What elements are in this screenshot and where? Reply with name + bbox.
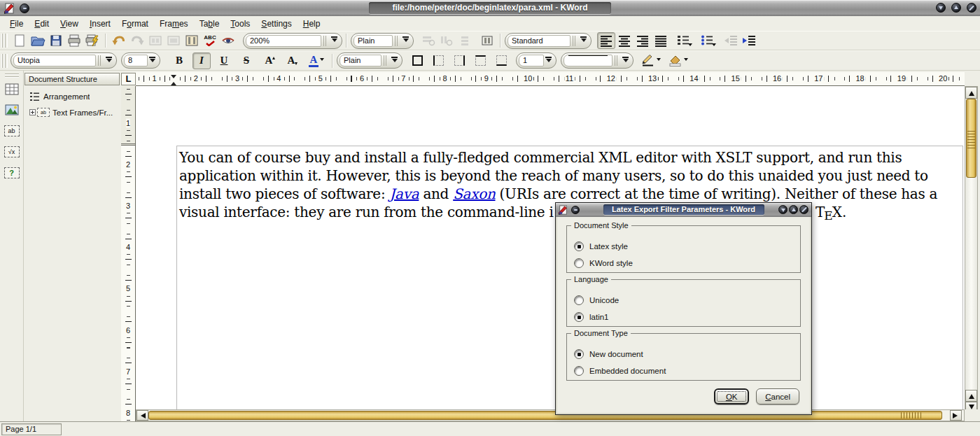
- insert-textframe-tool[interactable]: ab: [2, 122, 22, 140]
- dropdown-caret-icon[interactable]: [684, 58, 688, 63]
- italic-button[interactable]: I: [192, 52, 211, 69]
- scroll-right-button[interactable]: [950, 410, 962, 421]
- radio-option-embedded-document[interactable]: Embedded document: [574, 363, 800, 379]
- border-right-button[interactable]: [450, 52, 468, 69]
- expander-icon[interactable]: [29, 109, 36, 115]
- font-value[interactable]: Utopia: [13, 55, 96, 66]
- border-width-combobox[interactable]: 1: [516, 52, 556, 69]
- insert-tool-button-4[interactable]: [478, 32, 496, 49]
- minimize-button[interactable]: [778, 205, 788, 214]
- menu-item-file[interactable]: File: [4, 17, 29, 30]
- background-color-button[interactable]: [666, 52, 691, 69]
- menu-item-insert[interactable]: Insert: [84, 17, 116, 30]
- vertical-scrollbar[interactable]: [965, 86, 978, 421]
- save-button[interactable]: [47, 32, 65, 49]
- menu-item-format[interactable]: Format: [116, 17, 154, 30]
- insert-tool-button-2[interactable]: [438, 32, 456, 49]
- window-titlebar[interactable]: file:/home/peter/doc/beginlatex/para.xml…: [0, 0, 980, 16]
- horizontal-scroll-thumb[interactable]: [148, 411, 942, 420]
- close-button[interactable]: [799, 205, 808, 214]
- zoom-value[interactable]: 200%: [246, 35, 321, 47]
- hyperlink[interactable]: Java: [389, 185, 419, 202]
- paste-frame-button[interactable]: [164, 32, 183, 49]
- window-menu-button[interactable]: [20, 3, 29, 13]
- dropdown-arrow-icon[interactable]: [148, 57, 157, 65]
- radio-option-unicode[interactable]: Unicode: [574, 292, 800, 309]
- menu-item-view[interactable]: View: [55, 17, 84, 30]
- border-top-button[interactable]: [471, 52, 489, 69]
- open-button[interactable]: [29, 32, 47, 49]
- maximize-button[interactable]: [951, 3, 961, 13]
- latex-export-dialog[interactable]: Latex Export Filter Parameters - KWord D…: [555, 202, 812, 415]
- scroll-left-button[interactable]: [136, 410, 148, 421]
- dropdown-arrow-icon[interactable]: [390, 57, 399, 65]
- dropdown-arrow-icon[interactable]: [330, 36, 339, 45]
- ok-button[interactable]: OK: [714, 388, 749, 405]
- window-menu-button[interactable]: [571, 206, 580, 214]
- hyperlink[interactable]: Saxon: [453, 185, 495, 202]
- tree-item-arrangement[interactable]: Arrangement: [29, 92, 120, 101]
- print-preview-button[interactable]: [83, 32, 102, 49]
- font-size-value[interactable]: 8: [124, 55, 148, 66]
- radio-button[interactable]: [574, 366, 584, 376]
- dropdown-caret-icon[interactable]: [712, 43, 716, 48]
- vertical-ruler[interactable]: 12345678: [121, 86, 136, 421]
- dropdown-caret-icon[interactable]: [688, 43, 692, 48]
- subscript-button[interactable]: A: [282, 52, 300, 69]
- border-outline-button[interactable]: [408, 52, 426, 69]
- radio-button[interactable]: [574, 295, 584, 305]
- tree-item-label[interactable]: Arrangement: [43, 92, 90, 101]
- dropdown-caret-icon[interactable]: [657, 58, 661, 63]
- paragraph-style-value[interactable]: Plain: [354, 35, 393, 47]
- undo-button[interactable]: [110, 32, 128, 49]
- cancel-button[interactable]: Cancel: [756, 388, 799, 405]
- increase-indent-button[interactable]: [740, 32, 758, 49]
- dropdown-arrow-icon[interactable]: [579, 36, 588, 45]
- close-button[interactable]: [967, 3, 976, 13]
- tree-item-label[interactable]: Text Frames/Fr...: [52, 108, 113, 117]
- frame-style-value[interactable]: Plain: [340, 55, 382, 66]
- insert-table-tool[interactable]: [2, 80, 22, 98]
- superscript-button[interactable]: A: [260, 52, 278, 69]
- frame-style-combobox[interactable]: Plain: [337, 52, 402, 69]
- border-bottom-button[interactable]: [492, 52, 510, 69]
- toolbar-grip[interactable]: [5, 73, 19, 78]
- vertical-scroll-thumb[interactable]: [966, 99, 976, 178]
- insert-tool-button-3[interactable]: [456, 32, 474, 49]
- new-document-button[interactable]: [10, 32, 29, 49]
- zoom-combobox[interactable]: 200%: [243, 33, 342, 49]
- numbered-list-button[interactable]: [674, 32, 692, 49]
- menu-item-frames[interactable]: Frames: [154, 17, 194, 30]
- underline-button[interactable]: U: [215, 52, 233, 69]
- toolbar-grip[interactable]: [1, 34, 8, 48]
- border-left-button[interactable]: [429, 52, 447, 69]
- insert-object-tool[interactable]: ?: [2, 164, 22, 182]
- copy-frame-button[interactable]: [146, 32, 164, 49]
- dropdown-caret-icon[interactable]: [320, 58, 324, 63]
- radio-option-latex-style[interactable]: Latex style: [574, 238, 800, 255]
- spellcheck-button[interactable]: ABC: [201, 32, 219, 49]
- insert-picture-tool[interactable]: [2, 101, 22, 119]
- align-right-button[interactable]: [634, 32, 652, 49]
- scroll-up-button[interactable]: [965, 87, 977, 99]
- indent-marker[interactable]: [171, 75, 176, 85]
- font-combobox[interactable]: Utopia: [10, 52, 117, 69]
- radio-option-kword-style[interactable]: KWord style: [574, 255, 800, 272]
- font-size-combobox[interactable]: 8: [121, 52, 160, 69]
- stylist-value[interactable]: Standard: [507, 35, 570, 47]
- radio-button[interactable]: [574, 258, 584, 268]
- strikethrough-button[interactable]: S: [237, 52, 255, 69]
- print-button[interactable]: [65, 32, 83, 49]
- radio-button[interactable]: [574, 241, 584, 251]
- dialog-titlebar[interactable]: Latex Export Filter Parameters - KWord: [556, 203, 811, 217]
- scroll-up-button-2[interactable]: [965, 390, 977, 402]
- radio-button[interactable]: [574, 349, 584, 359]
- menu-item-tools[interactable]: Tools: [225, 17, 255, 30]
- dropdown-arrow-icon[interactable]: [621, 57, 630, 65]
- maximize-button[interactable]: [789, 205, 798, 214]
- text-color-button[interactable]: A: [304, 52, 328, 69]
- view-mode-button[interactable]: [219, 32, 237, 49]
- horizontal-scrollbar[interactable]: [136, 409, 965, 421]
- line-style-value[interactable]: [564, 55, 612, 66]
- dropdown-arrow-icon[interactable]: [104, 57, 113, 65]
